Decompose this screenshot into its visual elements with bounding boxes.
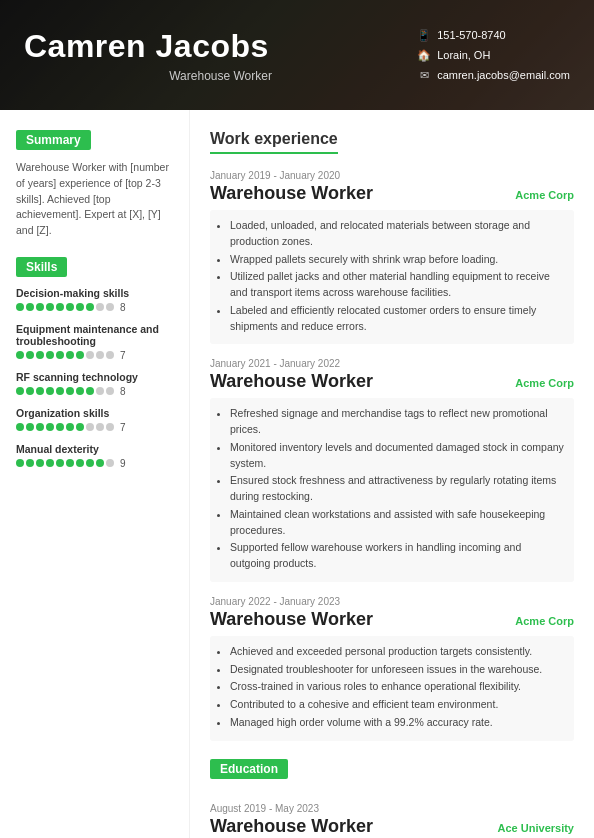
dot-filled bbox=[36, 423, 44, 431]
dot-empty bbox=[96, 387, 104, 395]
dot-filled bbox=[16, 303, 24, 311]
header-content: Camren Jacobs Warehouse Worker 📱 151-570… bbox=[0, 0, 594, 110]
dot-empty bbox=[86, 351, 94, 359]
job-bullet: Loaded, unloaded, and relocated material… bbox=[230, 218, 564, 250]
job-company: Acme Corp bbox=[515, 615, 574, 627]
dot-filled bbox=[26, 423, 34, 431]
job-header: Warehouse WorkerAcme Corp bbox=[210, 183, 574, 204]
dot-empty bbox=[96, 423, 104, 431]
dot-filled bbox=[66, 459, 74, 467]
dot-filled bbox=[26, 459, 34, 467]
job-entry: January 2019 - January 2020Warehouse Wor… bbox=[210, 170, 574, 344]
job-bullet: Ensured stock freshness and attractivene… bbox=[230, 473, 564, 505]
dot-filled bbox=[76, 459, 84, 467]
job-bullet: Supported fellow warehouse workers in ha… bbox=[230, 540, 564, 572]
dot-filled bbox=[86, 459, 94, 467]
job-bullet: Designated troubleshooter for unforeseen… bbox=[230, 662, 564, 678]
dot-filled bbox=[36, 303, 44, 311]
skill-name: Equipment maintenance and troubleshootin… bbox=[16, 323, 173, 347]
location-text: Lorain, OH bbox=[437, 49, 490, 61]
skill-item: RF scanning technology8 bbox=[16, 371, 173, 397]
dot-filled bbox=[76, 387, 84, 395]
job-date: January 2019 - January 2020 bbox=[210, 170, 574, 181]
dot-filled bbox=[66, 351, 74, 359]
job-title: Warehouse Worker bbox=[210, 183, 373, 204]
dot-filled bbox=[76, 423, 84, 431]
job-entry: January 2022 - January 2023Warehouse Wor… bbox=[210, 596, 574, 741]
job-title: Warehouse Worker bbox=[210, 371, 373, 392]
dot-filled bbox=[46, 303, 54, 311]
phone-icon: 📱 bbox=[417, 28, 431, 42]
dot-filled bbox=[26, 351, 34, 359]
edu-header: Warehouse WorkerAce University bbox=[210, 816, 574, 837]
edu-degree: Warehouse Worker bbox=[210, 816, 373, 837]
job-bullet: Utilized pallet jacks and other material… bbox=[230, 269, 564, 301]
summary-text: Warehouse Worker with [number of years] … bbox=[16, 160, 173, 239]
job-bullet: Cross-trained in various roles to enhanc… bbox=[230, 679, 564, 695]
dot-filled bbox=[16, 351, 24, 359]
dot-filled bbox=[56, 459, 64, 467]
summary-section-label: Summary bbox=[16, 130, 91, 150]
dot-filled bbox=[36, 387, 44, 395]
skill-item: Equipment maintenance and troubleshootin… bbox=[16, 323, 173, 361]
dot-empty bbox=[96, 303, 104, 311]
skill-score: 7 bbox=[120, 422, 126, 433]
dot-filled bbox=[76, 351, 84, 359]
resume-header: Camren Jacobs Warehouse Worker 📱 151-570… bbox=[0, 0, 594, 110]
main-body: Summary Warehouse Worker with [number of… bbox=[0, 110, 594, 838]
skill-item: Organization skills7 bbox=[16, 407, 173, 433]
sidebar: Summary Warehouse Worker with [number of… bbox=[0, 110, 190, 838]
phone-number: 151-570-8740 bbox=[437, 29, 506, 41]
job-date: January 2022 - January 2023 bbox=[210, 596, 574, 607]
dot-filled bbox=[56, 351, 64, 359]
dot-filled bbox=[56, 423, 64, 431]
main-content: Work experience January 2019 - January 2… bbox=[190, 110, 594, 838]
education-list: August 2019 - May 2023Warehouse WorkerAc… bbox=[210, 803, 574, 839]
job-bullet: Achieved and exceeded personal productio… bbox=[230, 644, 564, 660]
dot-filled bbox=[56, 387, 64, 395]
skill-score: 9 bbox=[120, 458, 126, 469]
dot-filled bbox=[86, 303, 94, 311]
edu-school: Ace University bbox=[498, 822, 574, 834]
dot-filled bbox=[36, 351, 44, 359]
job-header: Warehouse WorkerAcme Corp bbox=[210, 609, 574, 630]
job-company: Acme Corp bbox=[515, 377, 574, 389]
dot-filled bbox=[46, 459, 54, 467]
phone-contact: 📱 151-570-8740 bbox=[417, 28, 570, 42]
dot-filled bbox=[76, 303, 84, 311]
skill-name: Manual dexterity bbox=[16, 443, 173, 455]
skill-dots: 9 bbox=[16, 458, 173, 469]
candidate-title: Warehouse Worker bbox=[24, 69, 417, 83]
skill-score: 8 bbox=[120, 386, 126, 397]
dot-empty bbox=[106, 351, 114, 359]
skill-name: Organization skills bbox=[16, 407, 173, 419]
job-bullets: Achieved and exceeded personal productio… bbox=[210, 636, 574, 741]
skills-section-label: Skills bbox=[16, 257, 67, 277]
dot-filled bbox=[66, 423, 74, 431]
dot-empty bbox=[106, 303, 114, 311]
jobs-list: January 2019 - January 2020Warehouse Wor… bbox=[210, 170, 574, 741]
dot-filled bbox=[86, 387, 94, 395]
job-bullet: Labeled and efficiently relocated custom… bbox=[230, 303, 564, 335]
dot-filled bbox=[56, 303, 64, 311]
dot-filled bbox=[16, 387, 24, 395]
email-icon: ✉ bbox=[417, 68, 431, 82]
skill-name: RF scanning technology bbox=[16, 371, 173, 383]
dot-empty bbox=[106, 387, 114, 395]
dot-filled bbox=[96, 459, 104, 467]
dot-filled bbox=[46, 351, 54, 359]
skill-dots: 7 bbox=[16, 350, 173, 361]
skills-list: Decision-making skills8Equipment mainten… bbox=[16, 287, 173, 469]
job-date: January 2021 - January 2022 bbox=[210, 358, 574, 369]
work-section-label: Work experience bbox=[210, 130, 338, 154]
skill-score: 8 bbox=[120, 302, 126, 313]
job-bullets: Loaded, unloaded, and relocated material… bbox=[210, 210, 574, 344]
job-company: Acme Corp bbox=[515, 189, 574, 201]
skill-dots: 8 bbox=[16, 302, 173, 313]
job-bullet: Contributed to a cohesive and efficient … bbox=[230, 697, 564, 713]
header-contact: 📱 151-570-8740 🏠 Lorain, OH ✉ camren.jac… bbox=[417, 28, 570, 82]
dot-empty bbox=[86, 423, 94, 431]
location-contact: 🏠 Lorain, OH bbox=[417, 48, 570, 62]
job-bullet: Refreshed signage and merchandise tags t… bbox=[230, 406, 564, 438]
skill-item: Decision-making skills8 bbox=[16, 287, 173, 313]
